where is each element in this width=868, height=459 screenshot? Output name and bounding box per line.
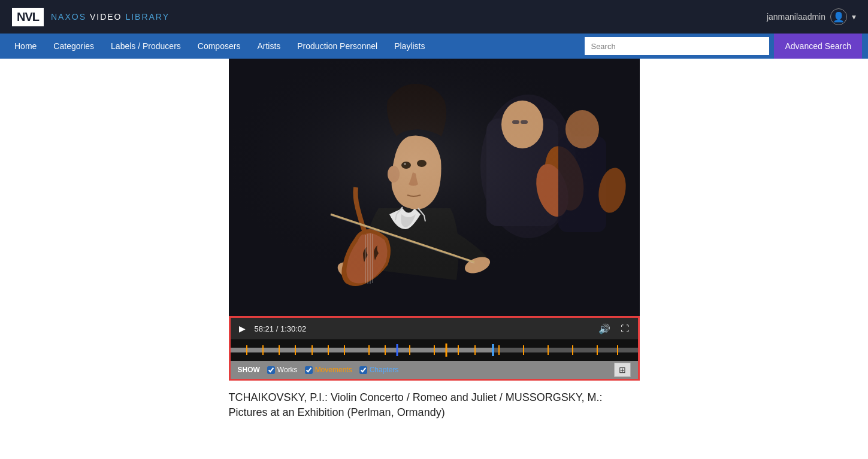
video-controls-bar: ▶ 58:21 / 1:30:02 🔊 ⛶ — [231, 318, 638, 339]
time-display: 58:21 / 1:30:02 — [255, 324, 307, 333]
marker-11 — [434, 345, 435, 355]
marker-15 — [523, 345, 524, 355]
movements-checkbox[interactable] — [305, 366, 313, 374]
marker-4 — [295, 345, 296, 355]
chapters-label: Chapters — [370, 366, 399, 374]
play-button[interactable]: ▶ — [237, 323, 249, 335]
fullscreen-button[interactable]: ⛶ — [618, 321, 632, 336]
marker-16 — [548, 345, 549, 355]
marker-9 — [385, 345, 386, 355]
works-label: Works — [277, 366, 298, 374]
video-section: ▶ 58:21 / 1:30:02 🔊 ⛶ — [229, 59, 640, 420]
search-input[interactable] — [585, 37, 769, 55]
works-checkbox[interactable] — [267, 366, 275, 374]
marker-7 — [344, 345, 345, 355]
marker-8 — [368, 345, 370, 355]
movements-checkbox-item[interactable]: Movements — [305, 366, 352, 374]
progress-track[interactable] — [231, 339, 638, 361]
marker-17 — [572, 345, 573, 355]
brand-video: VIDEO — [86, 12, 125, 22]
marker-10 — [409, 345, 410, 355]
brand-library: LIBRARY — [125, 12, 170, 22]
progress-played — [231, 348, 494, 352]
volume-button[interactable]: 🔊 — [597, 321, 612, 336]
chapters-checkbox[interactable] — [359, 366, 367, 374]
user-dropdown-icon[interactable]: ▾ — [852, 12, 856, 22]
advanced-search-button[interactable]: Advanced Search — [774, 34, 862, 59]
user-icon[interactable]: 👤 — [830, 8, 847, 25]
playhead — [492, 344, 494, 356]
marker-5 — [311, 345, 313, 355]
video-thumbnail — [229, 59, 640, 316]
time-separator: / — [276, 324, 280, 333]
nav-artists[interactable]: Artists — [249, 34, 289, 59]
nav-home[interactable]: Home — [6, 34, 45, 59]
progress-area[interactable] — [312, 326, 591, 332]
chapters-checkbox-item[interactable]: Chapters — [359, 366, 399, 374]
works-checkbox-item[interactable]: Works — [267, 366, 298, 374]
work-marker-1 — [445, 344, 447, 357]
nav-playlists[interactable]: Playlists — [386, 34, 433, 59]
show-bar: SHOW Works Movements Chapters ⊞ — [231, 361, 638, 379]
logo-area: NVL NAXOS VIDEO LIBRARY — [12, 8, 170, 26]
brand-naxos: NAXOS — [51, 12, 86, 22]
nav-labels-producers[interactable]: Labels / Producers — [102, 34, 189, 59]
marker-2 — [262, 345, 264, 355]
username-label: janmanilaadmin — [767, 12, 825, 22]
marker-12 — [458, 345, 459, 355]
video-title: TCHAIKOVSKY, P.I.: Violin Concerto / Rom… — [229, 381, 640, 420]
marker-1 — [246, 345, 247, 355]
movements-label: Movements — [315, 366, 352, 374]
playlist-icon-button[interactable]: ⊞ — [614, 363, 631, 377]
marker-3 — [279, 345, 280, 355]
blue-marker-1 — [397, 344, 398, 356]
brand-name: NAXOS VIDEO LIBRARY — [51, 12, 170, 22]
marker-19 — [617, 345, 618, 355]
marker-18 — [597, 345, 598, 355]
svg-rect-23 — [229, 59, 640, 316]
video-controls-wrapper: ▶ 58:21 / 1:30:02 🔊 ⛶ — [229, 316, 640, 381]
main-content: ▶ 58:21 / 1:30:02 🔊 ⛶ — [0, 59, 868, 420]
total-time: 1:30:02 — [280, 324, 306, 333]
marker-6 — [328, 345, 329, 355]
logo-nvl: NVL — [12, 8, 44, 26]
current-time: 58:21 — [255, 324, 274, 333]
nav-production-personnel[interactable]: Production Personnel — [289, 34, 386, 59]
nav-composers[interactable]: Composers — [189, 34, 249, 59]
top-bar: NVL NAXOS VIDEO LIBRARY janmanilaadmin 👤… — [0, 0, 868, 34]
show-label: SHOW — [238, 366, 260, 374]
nav-bar: Home Categories Labels / Producers Compo… — [0, 34, 868, 59]
nav-categories[interactable]: Categories — [45, 34, 102, 59]
user-area: janmanilaadmin 👤 ▾ — [767, 8, 856, 25]
search-container: Advanced Search — [585, 34, 862, 59]
marker-14 — [498, 345, 500, 355]
marker-13 — [474, 345, 476, 355]
